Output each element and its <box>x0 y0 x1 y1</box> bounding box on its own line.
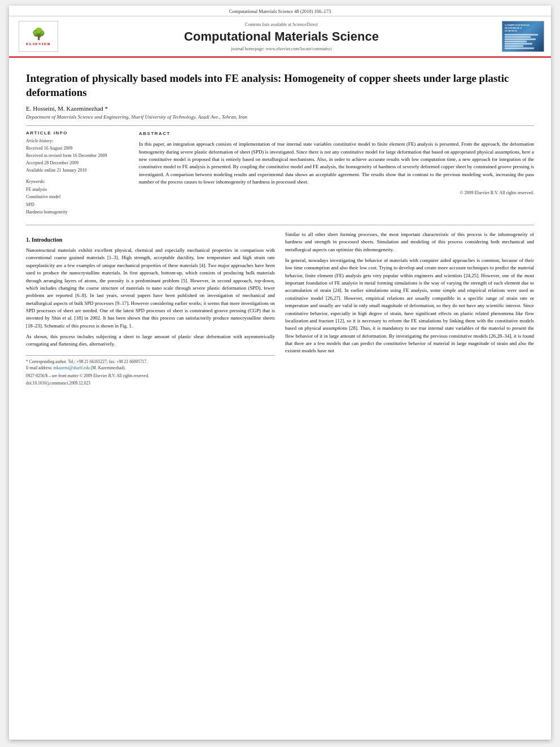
elsevier-wordmark: ELSEVIER <box>26 42 50 46</box>
contents-text: Contents lists available at ScienceDirec… <box>245 22 318 27</box>
article-dates: Received 16 August 2009 Received in revi… <box>26 145 130 174</box>
divider-1 <box>26 125 534 126</box>
footnote-area: * Corresponding author. Tel.: +98 21 661… <box>26 355 275 387</box>
thumb-bar-4 <box>505 41 527 42</box>
journal-center: Contents lists available at ScienceDirec… <box>67 21 496 52</box>
abstract-column: ABSTRACT In this paper, an integration a… <box>139 130 534 216</box>
history-label: Article history: <box>26 138 130 143</box>
accepted-date: Accepted 28 December 2009 <box>26 160 130 167</box>
revised-date: Received in revised form 16 December 200… <box>26 152 130 160</box>
abstract-label: ABSTRACT <box>139 130 534 137</box>
info-abstract-section: ARTICLE INFO Article history: Received 1… <box>26 130 534 216</box>
received-date: Received 16 August 2009 <box>26 145 130 152</box>
main-content-columns: 1. Introduction Nanostructural materials… <box>26 231 534 386</box>
thumb-bar-7 <box>505 47 534 49</box>
intro-paragraph-1: Nanostructural materials exhibit excelle… <box>26 247 275 330</box>
abstract-text: In this paper, an integration approach c… <box>139 141 534 186</box>
keywords-label: Keywords: <box>26 179 130 184</box>
section-1-title: 1. Introduction <box>26 235 275 244</box>
keyword-3: SPD <box>26 201 130 209</box>
article-page: Computational Materials Science 48 (2010… <box>9 6 551 740</box>
right-column: Similar to all other sheet forming proce… <box>285 231 534 386</box>
article-authors: E. Hosseini, M. Kazeminezhad * <box>26 105 534 112</box>
available-date: Available online 21 January 2010 <box>26 167 130 174</box>
article-info-label: ARTICLE INFO <box>26 130 130 136</box>
thumb-bar-2 <box>505 36 531 38</box>
thumb-decoration <box>505 34 541 49</box>
thumb-bar-3 <box>505 38 536 40</box>
section-1-title-text: 1. Introduction <box>26 237 62 243</box>
thumb-bar-5 <box>505 43 532 45</box>
footnote-email: E-mail address: mkazemi@sharif.edu (M. K… <box>26 365 275 371</box>
article-info-column: ARTICLE INFO Article history: Received 1… <box>26 130 130 216</box>
email-name: (M. Kazeminezhad). <box>91 365 126 370</box>
logo-box: 🌳 ELSEVIER <box>19 21 58 52</box>
journal-thumbnail: COMPUTATIONALMATERIALSSCIENCE <box>502 21 544 52</box>
footnote-corresponding: * Corresponding author. Tel.: +98 21 661… <box>26 359 275 365</box>
journal-reference: Computational Materials Science 48 (2010… <box>9 6 551 16</box>
journal-title: Computational Materials Science <box>184 29 379 44</box>
thumb-bar-1 <box>505 34 538 36</box>
copyright-line: © 2009 Elsevier B.V. All rights reserved… <box>139 190 534 196</box>
issn-line: 0927-0256/$ – see front matter © 2009 El… <box>26 373 275 379</box>
journal-url: journal homepage: www.elsevier.com/locat… <box>231 46 332 51</box>
journal-header: 🌳 ELSEVIER Contents lists available at S… <box>9 16 551 58</box>
journal-ref-text: Computational Materials Science 48 (2010… <box>229 8 331 14</box>
divider-2 <box>26 225 534 225</box>
intro-paragraph-2: As shown, this process includes subjecti… <box>26 333 275 348</box>
thumb-bar-6 <box>505 45 523 47</box>
authors-text: E. Hosseini, M. Kazeminezhad * <box>26 105 108 112</box>
right-paragraph-2: In general, nowadays investigating the b… <box>285 257 534 355</box>
article-body: Integration of physically based models i… <box>9 58 551 397</box>
thumb-title-text: COMPUTATIONALMATERIALSSCIENCE <box>505 24 541 32</box>
keyword-1: FE analysis <box>26 186 130 194</box>
elsevier-logo: 🌳 ELSEVIER <box>16 21 61 52</box>
keywords-list: FE analysis Constitutive model SPD Hardn… <box>26 186 130 216</box>
doi-line: doi:10.1016/j.commatsci.2009.12.023 <box>26 380 275 386</box>
article-affiliation: Department of Materials Science and Engi… <box>26 114 534 120</box>
keyword-4: Hardness homogeneity <box>26 208 130 216</box>
tree-icon: 🌳 <box>32 27 46 41</box>
article-title: Integration of physically based models i… <box>26 72 534 99</box>
contents-available-line: Contents lists available at ScienceDirec… <box>245 22 318 27</box>
email-label: E-mail address: <box>26 365 54 370</box>
left-column: 1. Introduction Nanostructural materials… <box>26 231 275 386</box>
email-link[interactable]: mkazemi@sharif.edu <box>54 365 90 370</box>
right-paragraph-1: Similar to all other sheet forming proce… <box>285 231 534 254</box>
keyword-2: Constitutive model <box>26 193 130 201</box>
